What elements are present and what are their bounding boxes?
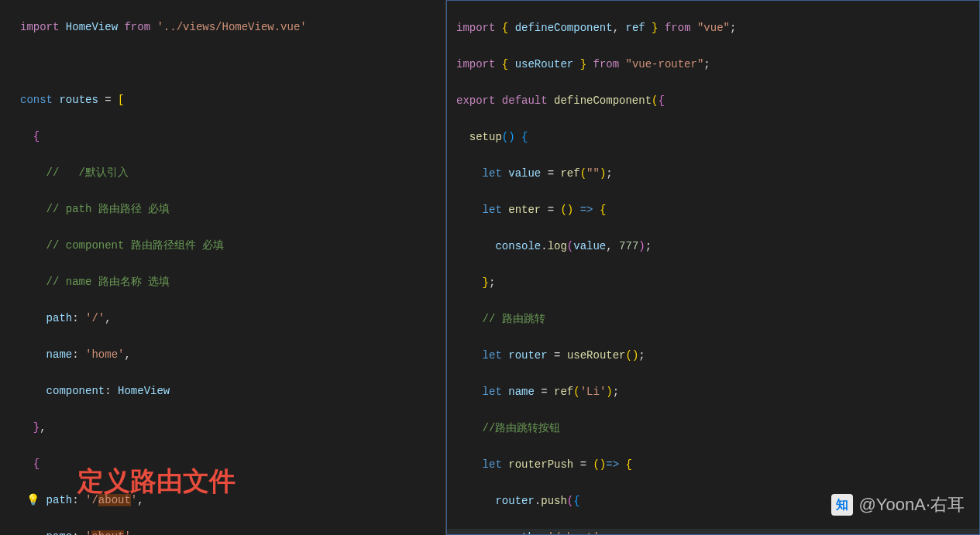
prop-component: component (46, 385, 105, 397)
highlight-about: about (91, 530, 124, 536)
comment: // path 路由路径 必填 (46, 203, 170, 215)
ident: HomeView (118, 385, 170, 397)
comment: //路由跳转按钮 (483, 422, 561, 434)
right-editor-pane[interactable]: import { defineComponent, ref } from "vu… (446, 0, 980, 535)
highlight-about: about (98, 494, 131, 506)
fn-setup: setup (469, 131, 502, 143)
prop-path: path (46, 494, 73, 506)
watermark: 知 @YoonA·右耳 (831, 494, 965, 516)
ident-homeview: HomeView (66, 21, 118, 33)
keyword-import: import (20, 21, 59, 33)
string: 'home' (85, 348, 124, 361)
comment: // 路由跳转 (483, 313, 545, 325)
prop-path: path (46, 312, 73, 324)
code-right[interactable]: import { defineComponent, ref } from "vu… (447, 1, 979, 535)
keyword-const: const (20, 94, 53, 106)
zhihu-icon: 知 (831, 494, 853, 516)
comment: // name 路由名称 选填 (46, 276, 170, 288)
left-editor-pane[interactable]: import HomeView from '../views/HomeView.… (0, 0, 446, 535)
watermark-text: @YoonA·右耳 (859, 496, 965, 514)
string: '/' (85, 312, 105, 324)
string-path: '../views/HomeView.vue' (156, 21, 306, 33)
code-left[interactable]: import HomeView from '../views/HomeView.… (0, 0, 445, 535)
comment: // component 路由路径组件 必填 (46, 239, 225, 252)
keyword-from: from (124, 21, 150, 33)
prop-name: name (46, 530, 73, 536)
ident-routes: routes (59, 94, 98, 106)
prop-path: path (508, 531, 535, 536)
lightbulb-icon[interactable]: 💡 (26, 492, 40, 510)
prop-name: name (46, 348, 73, 361)
comment: // /默认引入 (46, 166, 129, 179)
